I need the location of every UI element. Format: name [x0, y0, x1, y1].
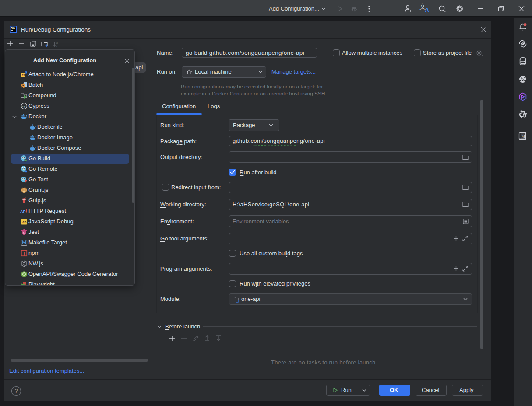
svg-text:z: z — [56, 45, 58, 48]
svg-text:JS: JS — [22, 74, 25, 77]
svg-text:JS: JS — [22, 220, 26, 224]
svg-text:AP: AP — [20, 209, 26, 214]
svg-text:a: a — [56, 41, 58, 44]
svg-text:?: ? — [15, 388, 18, 394]
svg-text:A: A — [522, 135, 524, 138]
svg-text:cy: cy — [22, 105, 26, 108]
svg-text:GO: GO — [11, 27, 15, 30]
